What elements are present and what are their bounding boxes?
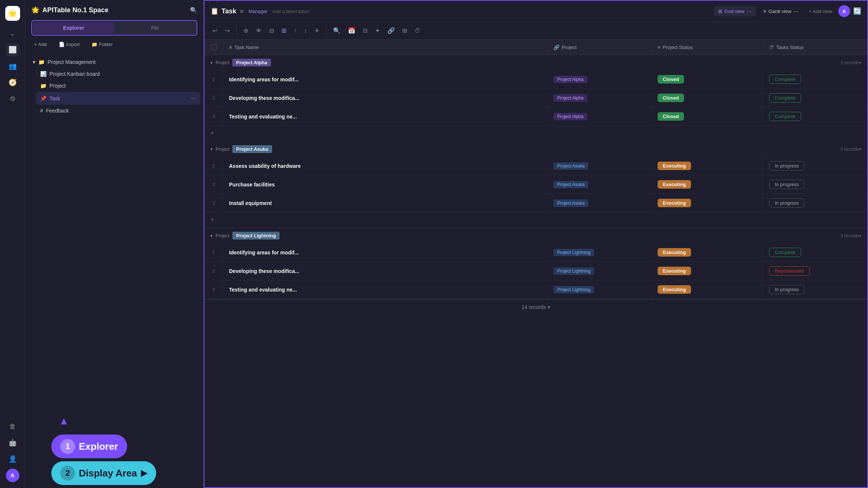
project-tag[interactable]: Project Alpha	[554, 94, 587, 102]
sidebar-item-task[interactable]: 📌 Task ⋯	[36, 92, 200, 105]
tab-pin[interactable]: Pin	[114, 22, 196, 34]
status-pill[interactable]: Executing	[658, 248, 691, 257]
folder-header[interactable]: ▾ 📁 Project Management	[28, 56, 200, 68]
task-status-pill[interactable]: In progress	[769, 285, 804, 294]
display-icon[interactable]: ⬜	[6, 43, 19, 56]
task-status-pill[interactable]: Repossessed	[769, 266, 810, 276]
grid-view-more-icon[interactable]: ⋯	[747, 9, 752, 14]
task-status-pill[interactable]: In progress	[769, 198, 804, 208]
user-avatar[interactable]: A	[6, 469, 19, 482]
project-tag[interactable]: Project Asuka	[554, 162, 588, 170]
add-button[interactable]: + Add	[31, 40, 50, 49]
add-record-icon[interactable]: ⊕	[241, 25, 251, 36]
status-pill[interactable]: Closed	[658, 112, 684, 121]
collapse-button[interactable]: 🔍	[190, 7, 197, 14]
embed-icon[interactable]: ⊞	[400, 25, 409, 36]
columns-icon[interactable]: ⊟	[361, 25, 370, 36]
task-status-pill[interactable]: Complete	[769, 75, 801, 84]
status-pill[interactable]: Executing	[658, 180, 691, 189]
project-cell: Project Lightning	[548, 280, 652, 299]
explore-icon[interactable]: 🧭	[6, 76, 19, 89]
calendar-icon[interactable]: 📅	[346, 25, 358, 36]
more-icon[interactable]: ⋯	[190, 95, 196, 102]
task-status-pill[interactable]: Complete	[769, 112, 801, 121]
status-pill[interactable]: Closed	[658, 94, 684, 102]
settings-icon[interactable]: ⚙	[6, 92, 19, 105]
logo-icon: 🌟	[8, 9, 17, 18]
add-row-alpha[interactable]: +	[204, 126, 867, 141]
task-status-cell: In progress	[763, 157, 867, 175]
tab-explorer[interactable]: Explorer	[33, 22, 114, 34]
sidebar-item-feedback[interactable]: # Feedback	[36, 105, 200, 117]
hide-icon[interactable]: 👁	[254, 25, 264, 36]
undo-icon[interactable]: ↩	[210, 25, 220, 36]
status-pill[interactable]: Executing	[658, 162, 691, 170]
kanban-label: Project Kanban board	[49, 71, 100, 77]
project-tag[interactable]: Project Asuka	[554, 181, 588, 188]
history-icon[interactable]: ⏱	[412, 25, 423, 36]
task-label: Task	[49, 95, 60, 101]
app-logo[interactable]: 🌟	[5, 6, 20, 21]
group-icon[interactable]: ⊞	[279, 25, 288, 36]
trash-icon[interactable]: 🗑	[6, 420, 19, 433]
task-name-cell[interactable]: Developing these modifica...	[223, 89, 548, 107]
task-name-cell[interactable]: Install equipment	[223, 194, 548, 212]
add-row-asuka[interactable]: +	[204, 212, 867, 228]
relation-icon[interactable]: 🔗	[385, 25, 397, 36]
collapse-button[interactable]: ⌄	[6, 27, 19, 40]
redo-icon[interactable]: ↪	[223, 25, 232, 36]
project-status-cell: Executing	[652, 280, 763, 299]
task-name-cell[interactable]: Testing and evaluating ne...	[223, 107, 548, 126]
project-tag[interactable]: Project Lightning	[554, 286, 594, 293]
task-name-cell[interactable]: Testing and evaluating ne...	[223, 280, 548, 299]
task-name-cell[interactable]: Identifying areas for modif...	[223, 70, 548, 88]
row-number: 2	[204, 175, 223, 193]
users-icon[interactable]: 👥	[6, 59, 19, 73]
grid-view-button[interactable]: ⊞ Grid view ⋯	[714, 6, 756, 16]
row-height-icon[interactable]: ↕	[302, 25, 309, 36]
task-status-pill[interactable]: Complete	[769, 248, 801, 257]
add-view-button[interactable]: + Add view	[806, 6, 835, 16]
status-pill[interactable]: Executing	[658, 285, 691, 294]
task-status-pill[interactable]: Complete	[769, 93, 801, 103]
status-pill[interactable]: Executing	[658, 199, 691, 207]
robot-icon[interactable]: 🤖	[6, 436, 19, 449]
task-name-cell[interactable]: Identifying areas for modif...	[223, 243, 548, 261]
project-tag[interactable]: Project Lightning	[554, 249, 594, 256]
group-header-asuka[interactable]: ▾ Project Project Asuka 3 records▾	[204, 141, 867, 157]
task-name-cell[interactable]: Purchase facilities	[223, 175, 548, 193]
star-icon[interactable]: ☆	[239, 8, 244, 14]
gantt-view-button[interactable]: ≡ Gantt view ⋯	[759, 6, 803, 16]
group-header-alpha[interactable]: ▾ Project Project Alpha 3 records▾	[204, 55, 867, 70]
task-status-pill[interactable]: In progress	[769, 161, 804, 170]
magic-icon[interactable]: ✦	[373, 25, 382, 36]
import-button[interactable]: 📄 Import	[56, 40, 83, 49]
project-tag[interactable]: Project Lightning	[554, 267, 594, 275]
sidebar-item-kanban[interactable]: 📊 Project Kanban board	[36, 68, 200, 80]
explorer-panel: 🌟 APITable No.1 Space 🔍 Explorer Pin + A…	[25, 0, 204, 488]
status-pill[interactable]: Closed	[658, 75, 684, 84]
status-pill[interactable]: Executing	[658, 267, 691, 275]
import-icon: 📄	[59, 42, 65, 47]
refresh-icon[interactable]: 🔄	[853, 7, 861, 15]
filter-icon[interactable]: ⊟	[267, 25, 276, 36]
manager-badge[interactable]: Manager	[249, 9, 268, 14]
search-icon[interactable]: 🔍	[331, 25, 343, 36]
select-all-checkbox[interactable]	[211, 44, 217, 50]
description-text[interactable]: Add a description	[272, 9, 309, 14]
project-tag[interactable]: Project Asuka	[554, 199, 588, 207]
task-name-cell[interactable]: Assess usability of hardware	[223, 157, 548, 175]
project-tag[interactable]: Project Alpha	[554, 113, 587, 120]
folder-button[interactable]: 📁 Folder	[88, 40, 116, 49]
task-status-pill[interactable]: In progress	[769, 180, 804, 189]
table-footer[interactable]: 14 records ▾	[204, 299, 867, 315]
task-status-cell: In progress	[763, 175, 867, 193]
share-icon[interactable]: ✈	[312, 25, 322, 36]
project-tag[interactable]: Project Alpha	[554, 76, 587, 83]
sidebar-item-project[interactable]: 📁 Project	[36, 80, 200, 92]
adduser-icon[interactable]: 👤	[6, 452, 19, 466]
group-header-lightning[interactable]: ▾ Project Project Lightning 3 records▾	[204, 228, 867, 243]
task-name-cell[interactable]: Developing these modifica...	[223, 262, 548, 280]
gantt-view-more-icon[interactable]: ⋯	[794, 9, 798, 14]
sort-icon[interactable]: ↑	[291, 25, 299, 36]
